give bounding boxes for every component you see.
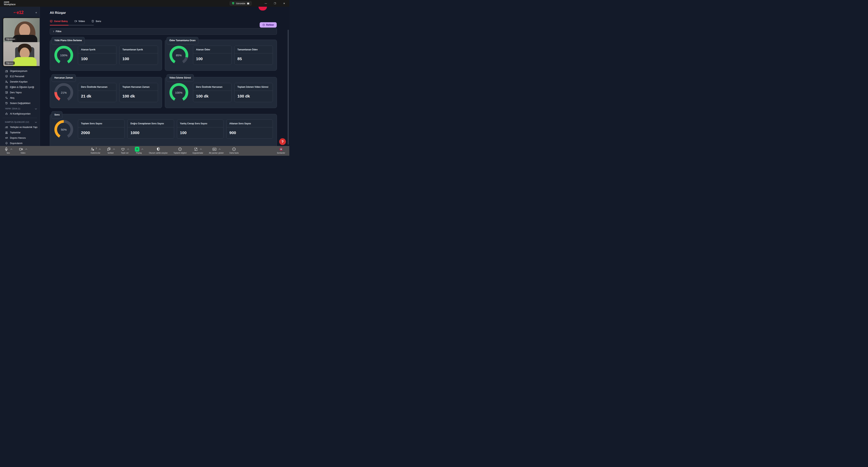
sidebar-item-toplantilar[interactable]: Toplantılar [0, 130, 40, 135]
main-content: Ali Rüzgar Genel Bakış Video Soru Rehber [40, 7, 289, 146]
stat-box: Atlanan Soru Sayısı 900 [226, 119, 273, 139]
video-options-caret[interactable] [25, 148, 27, 150]
stat-box: Toplam Harcanan Zaman 100 dk [119, 83, 158, 102]
stat-label: Atlanan Soru Sayısı [226, 120, 273, 127]
tab-genel-bakis[interactable]: Genel Bakış [50, 20, 68, 23]
reactions-caret[interactable] [127, 148, 129, 150]
sidebar-item-duyurularim[interactable]: Duyurularım [0, 141, 40, 146]
resize-handle[interactable] [3, 65, 4, 66]
tab-underline [50, 25, 94, 26]
sidebar-item-denetim-kayitlari[interactable]: Denetim Kayıtları [0, 79, 40, 85]
sidebar-item-e12-personeli[interactable]: E12 Personeli [0, 74, 40, 79]
audio-options-caret[interactable] [10, 148, 12, 150]
apps-caret[interactable] [200, 148, 202, 150]
building-icon [5, 69, 8, 72]
host-tools-button[interactable]: Oturum sahibi araçları [149, 147, 168, 154]
button-label: Uygulamalar [192, 152, 203, 154]
sidebar-section-yapay-zeka[interactable]: YAPAY ZEKA (1) [0, 106, 40, 111]
card-title: Video İzleme Süresi [166, 74, 194, 82]
meeting-info-button[interactable]: Toplantı bilgileri [174, 147, 187, 154]
meeting-toolbar: Ses Video 1 Katılımcılar [0, 146, 289, 156]
participants-caret[interactable] [99, 148, 101, 150]
more-button[interactable]: Daha fazla [229, 147, 239, 154]
gauge-video-izleme: 100% [169, 83, 189, 103]
captions-caret[interactable] [219, 148, 221, 150]
window-minimize-button[interactable]: — [264, 2, 268, 5]
share-icon [135, 147, 140, 152]
card-soru: Soru 50% Toplam Soru Sayısı 2000 Doğru C… [50, 114, 277, 146]
gauge-value: 100% [169, 83, 189, 103]
svg-text:CC: CC [213, 148, 215, 150]
card-video-izleme: Video İzleme Süresi 100% Ders Özelinde H… [165, 77, 277, 108]
stat-box: Atanan İçerik 100 [78, 46, 117, 65]
tab-video[interactable]: Video [74, 20, 85, 23]
section-header-label: YAPAY ZEKA (1) [5, 108, 20, 110]
card-title: Harcanan Zaman [52, 74, 76, 82]
question-circle-icon [262, 24, 265, 26]
meeting-video-panel[interactable]: Öğretmen Öğrenci [3, 18, 40, 66]
audio-button[interactable]: Ses [4, 147, 12, 154]
person-search-icon [5, 80, 8, 83]
share-screen-button[interactable]: Paylaş [135, 147, 143, 154]
help-button[interactable]: ? [279, 138, 286, 145]
video-tile-teacher[interactable]: Öğretmen [3, 18, 40, 42]
sidebar-item-duyuru-havuzu[interactable]: Duyuru Havuzu [0, 135, 40, 141]
rehber-button[interactable]: Rehber [260, 22, 277, 28]
stat-value: 100 dk [235, 91, 273, 102]
stat-value: 100 [120, 53, 158, 64]
tab-soru[interactable]: Soru [91, 20, 101, 23]
section-header-label: KAMPÜS İŞLEMLERİ (12) [5, 121, 29, 123]
stat-value: 100 [78, 53, 116, 64]
chevron-right-icon [53, 31, 54, 32]
sidebar-item-akis[interactable]: Akış [0, 95, 40, 100]
sidebar-item-sistem-degisiklikleri[interactable]: Sistem Değişiklikleri [0, 100, 40, 106]
security-badge-button[interactable]: Görüntüle [229, 1, 252, 6]
reactions-button[interactable]: Tepki ver [121, 147, 129, 154]
sidebar-item-ai-konfigurasyonlari[interactable]: AI Konfigürasyonları [0, 111, 40, 116]
share-caret[interactable] [141, 148, 143, 150]
video-tile-student[interactable]: Öğrenci [3, 42, 40, 66]
gauge-odev-tamamlama: 85% [169, 45, 189, 65]
sidebar-item-yerleske-akademik-yapi[interactable]: Yerleşke ve Akademik Yapı [0, 124, 40, 130]
document-icon [5, 86, 8, 89]
scrollbar-thumb[interactable] [288, 30, 289, 145]
robot-icon [5, 112, 8, 115]
sidebar-item-egitim-ogretim-icerigi[interactable]: Eğitim & Öğretim İçeriği [0, 85, 40, 90]
brand-workplace: Workplace [4, 3, 16, 6]
apps-button[interactable]: Uygulamalar [192, 147, 203, 154]
filter-expander[interactable]: Filtre [50, 28, 277, 35]
e12-logo: e12 [14, 10, 23, 15]
captions-button[interactable]: CC Alt yazıları göster [209, 147, 224, 154]
end-meeting-button[interactable]: Sonlandır [277, 147, 285, 154]
view-grid-icon [247, 2, 249, 5]
stat-box: Yanlış Cevap Soru Sayısı 100 [177, 119, 223, 139]
window-titlebar: zoom Workplace Görüntüle — ❐ ✕ [0, 0, 289, 7]
stat-value: 100 [177, 127, 223, 139]
chat-caret[interactable] [113, 148, 115, 150]
stat-box: Ders Özelinde Harcanan 21 dk [78, 83, 117, 102]
window-close-button[interactable]: ✕ [282, 2, 286, 5]
button-label: Toplantı bilgileri [174, 152, 187, 154]
chat-icon [106, 147, 111, 151]
resize-handle[interactable] [3, 18, 4, 19]
sidebar-item-ders-yapisi[interactable]: Ders Yapısı [0, 90, 40, 95]
sidebar-item-label: Sistem Değişiklikleri [10, 102, 30, 105]
button-label: Oturum sahibi araçları [149, 152, 168, 154]
avatar[interactable] [258, 7, 267, 10]
sidebar-section-kampus-islemleri[interactable]: KAMPÜS İŞLEMLERİ (12) [0, 119, 40, 124]
sidebar-collapse-icon[interactable]: « [35, 11, 37, 14]
window-restore-button[interactable]: ❐ [273, 2, 277, 5]
history-icon [5, 102, 8, 105]
stat-box: Doğru Cevaplanan Soru Sayısı 1000 [127, 119, 174, 139]
sidebar-item-organizasyonum[interactable]: Organizasyonum [0, 68, 40, 74]
chat-button[interactable]: Sohbet [106, 147, 115, 154]
chevron-down-icon [35, 121, 37, 123]
sidebar-item-label: Akış [10, 96, 14, 99]
gauge-yillik-plan: 100% [54, 45, 74, 65]
gauge-value: 50% [54, 119, 74, 140]
sidebar-item-label: Organizasyonum [10, 70, 27, 72]
video-button[interactable]: Video [19, 147, 27, 154]
participants-button[interactable]: 1 Katılımcılar [90, 147, 101, 154]
logo-text: e12 [17, 10, 23, 15]
logo-dot [14, 12, 15, 13]
